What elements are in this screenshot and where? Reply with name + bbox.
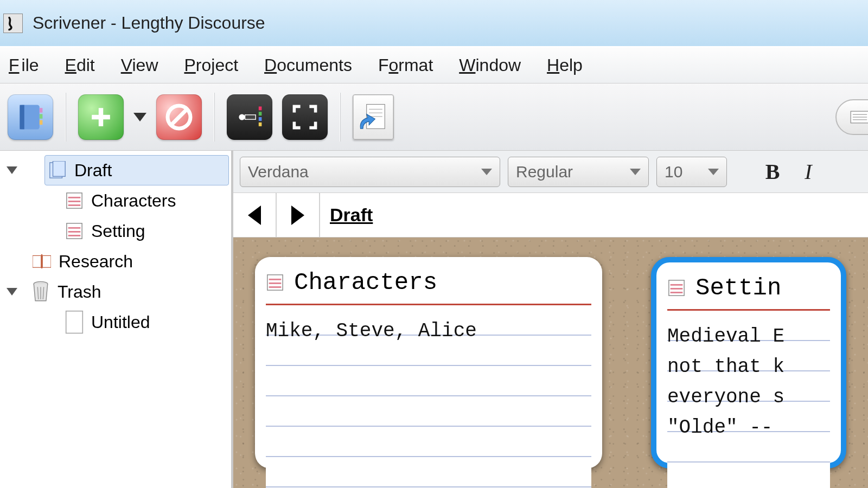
blank-document-icon: [65, 313, 84, 331]
card-title[interactable]: Settin: [695, 274, 781, 301]
disclosure-triangle[interactable]: [5, 166, 18, 174]
menu-format[interactable]: Format: [377, 53, 434, 78]
research-folder-icon: [33, 252, 51, 271]
svg-rect-4: [40, 120, 43, 124]
svg-point-9: [239, 114, 245, 120]
chevron-down-icon: [630, 169, 641, 175]
trash-icon: [31, 282, 50, 301]
nav-back-button[interactable]: [233, 193, 277, 237]
svg-rect-3: [40, 114, 43, 118]
binder-item-draft[interactable]: Draft: [44, 155, 229, 185]
binder-label: Draft: [74, 160, 112, 181]
svg-rect-1: [20, 105, 24, 129]
view-mode-button[interactable]: [835, 99, 868, 135]
editor-location-title[interactable]: Draft: [320, 204, 373, 226]
binder-item-untitled[interactable]: Untitled: [0, 307, 231, 337]
binder-item-setting[interactable]: Setting: [0, 216, 231, 246]
disclosure-triangle[interactable]: [5, 288, 18, 296]
svg-rect-2: [40, 108, 43, 112]
add-dropdown-caret[interactable]: [133, 113, 146, 121]
svg-rect-11: [259, 106, 262, 110]
title-bar: Scrivener - Lengthy Discourse: [0, 0, 868, 47]
font-family-combo[interactable]: Verdana: [240, 157, 500, 187]
document-icon: [266, 273, 284, 292]
window-title: Scrivener - Lengthy Discourse: [33, 13, 265, 33]
index-card-setting[interactable]: Settin Medieval E not that k everyone s …: [651, 257, 846, 468]
menu-file[interactable]: File: [8, 53, 40, 78]
font-family-value: Verdana: [248, 163, 309, 181]
toolbar-divider: [214, 93, 215, 142]
menu-documents[interactable]: Documents: [263, 53, 353, 78]
editor-nav-bar: Draft: [233, 193, 868, 237]
font-size-value: 10: [665, 163, 682, 181]
svg-rect-35: [41, 254, 42, 269]
compile-button[interactable]: [353, 94, 394, 140]
menu-bar: File Edit View Project Documents Format …: [0, 47, 868, 84]
svg-rect-40: [66, 311, 83, 333]
toolbar-divider: [65, 93, 66, 142]
card-synopsis[interactable]: Mike, Steve, Alice: [266, 305, 591, 488]
toolbar: [0, 84, 868, 151]
fullscreen-button[interactable]: [282, 94, 328, 140]
app-icon: [3, 14, 23, 33]
menu-view[interactable]: View: [120, 53, 159, 78]
svg-rect-6: [92, 114, 110, 119]
binder-item-trash[interactable]: Trash: [18, 277, 106, 307]
chevron-down-icon: [481, 169, 492, 175]
editor-main: Verdana Regular 10 B I Draft: [233, 151, 868, 488]
binder-button[interactable]: [8, 94, 53, 140]
italic-button[interactable]: I: [794, 159, 822, 184]
document-icon: [65, 222, 84, 240]
chevron-down-icon: [708, 169, 719, 175]
svg-rect-13: [259, 117, 262, 121]
font-size-combo[interactable]: 10: [656, 157, 727, 187]
index-card-characters[interactable]: Characters Mike, Steve, Alice: [255, 257, 602, 468]
draft-folder-icon: [48, 161, 67, 179]
svg-rect-12: [259, 112, 262, 115]
binder-item-characters[interactable]: Characters: [0, 185, 231, 216]
binder-item-research[interactable]: Research: [0, 246, 231, 277]
svg-rect-33: [33, 255, 41, 267]
card-title[interactable]: Characters: [294, 269, 437, 296]
binder-label: Characters: [91, 191, 176, 211]
add-button[interactable]: [78, 94, 124, 140]
nav-forward-button[interactable]: [277, 193, 320, 237]
binder-label: Setting: [91, 221, 145, 241]
bold-button[interactable]: B: [758, 159, 787, 184]
document-icon: [667, 279, 686, 297]
delete-button[interactable]: [156, 94, 202, 140]
corkboard[interactable]: Characters Mike, Steve, Alice Settin Med…: [233, 237, 868, 488]
svg-line-8: [171, 110, 187, 125]
menu-window[interactable]: Window: [458, 53, 522, 78]
svg-rect-14: [259, 122, 262, 126]
toolbar-divider: [340, 93, 341, 142]
binder-label: Trash: [58, 282, 101, 302]
font-style-value: Regular: [516, 163, 573, 181]
card-synopsis[interactable]: Medieval E not that k everyone s "Olde" …: [667, 311, 830, 488]
svg-rect-10: [245, 114, 256, 119]
format-bar: Verdana Regular 10 B I: [233, 151, 868, 193]
binder-sidebar: Draft Characters Setting Research: [0, 151, 233, 488]
binder-label: Untitled: [91, 312, 150, 332]
svg-rect-34: [42, 255, 51, 267]
menu-project[interactable]: Project: [183, 53, 239, 78]
menu-edit[interactable]: Edit: [64, 53, 96, 78]
document-icon: [65, 191, 84, 210]
keywords-button[interactable]: [227, 94, 272, 140]
binder-label: Research: [59, 252, 133, 272]
font-style-combo[interactable]: Regular: [508, 157, 649, 187]
svg-rect-24: [53, 161, 66, 176]
menu-help[interactable]: Help: [546, 53, 584, 78]
